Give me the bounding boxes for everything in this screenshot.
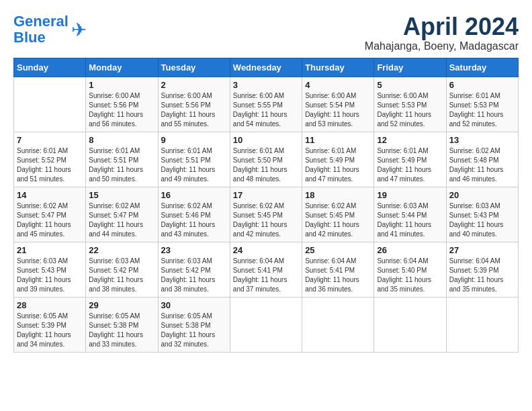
calendar-cell <box>230 297 302 352</box>
day-info: Sunrise: 6:02 AMSunset: 5:45 PMDaylight:… <box>305 201 371 239</box>
calendar-cell: 5Sunrise: 6:00 AMSunset: 5:53 PMDaylight… <box>374 77 446 132</box>
day-info: Sunrise: 6:04 AMSunset: 5:39 PMDaylight:… <box>449 257 515 294</box>
day-info: Sunrise: 6:01 AMSunset: 5:49 PMDaylight:… <box>377 146 443 184</box>
day-number: 19 <box>377 190 443 200</box>
day-number: 24 <box>233 245 299 255</box>
day-info: Sunrise: 6:05 AMSunset: 5:38 PMDaylight:… <box>89 312 154 349</box>
header-monday: Monday <box>86 58 158 77</box>
day-number: 14 <box>17 190 83 200</box>
calendar-week-row: 21Sunrise: 6:03 AMSunset: 5:43 PMDayligh… <box>14 242 519 297</box>
day-number: 16 <box>161 190 227 200</box>
day-info: Sunrise: 6:00 AMSunset: 5:56 PMDaylight:… <box>89 91 154 129</box>
day-number: 13 <box>449 135 515 145</box>
day-info: Sunrise: 6:03 AMSunset: 5:43 PMDaylight:… <box>449 201 515 239</box>
calendar-cell <box>374 297 446 352</box>
logo: GeneralBlue ✈ <box>13 13 87 46</box>
calendar-week-row: 7Sunrise: 6:01 AMSunset: 5:52 PMDaylight… <box>14 132 519 187</box>
day-info: Sunrise: 6:01 AMSunset: 5:49 PMDaylight:… <box>305 146 371 184</box>
day-info: Sunrise: 6:01 AMSunset: 5:51 PMDaylight:… <box>89 146 154 184</box>
day-info: Sunrise: 6:01 AMSunset: 5:51 PMDaylight:… <box>161 146 227 184</box>
calendar-cell: 15Sunrise: 6:02 AMSunset: 5:47 PMDayligh… <box>86 187 158 242</box>
calendar-cell: 19Sunrise: 6:03 AMSunset: 5:44 PMDayligh… <box>374 187 446 242</box>
header-sunday: Sunday <box>14 58 86 77</box>
calendar-cell: 11Sunrise: 6:01 AMSunset: 5:49 PMDayligh… <box>302 132 374 187</box>
calendar-cell: 9Sunrise: 6:01 AMSunset: 5:51 PMDaylight… <box>158 132 230 187</box>
day-info: Sunrise: 6:03 AMSunset: 5:42 PMDaylight:… <box>89 257 154 294</box>
logo-bird-icon: ✈ <box>71 19 87 41</box>
header-tuesday: Tuesday <box>158 58 230 77</box>
day-number: 17 <box>233 190 299 200</box>
calendar-cell: 28Sunrise: 6:05 AMSunset: 5:39 PMDayligh… <box>14 297 86 352</box>
title-block: April 2024 Mahajanga, Boeny, Madagascar <box>365 13 519 52</box>
day-info: Sunrise: 6:02 AMSunset: 5:46 PMDaylight:… <box>161 201 227 239</box>
calendar-cell: 21Sunrise: 6:03 AMSunset: 5:43 PMDayligh… <box>14 242 86 297</box>
day-info: Sunrise: 6:03 AMSunset: 5:44 PMDaylight:… <box>377 201 443 239</box>
header-friday: Friday <box>374 58 446 77</box>
day-number: 27 <box>449 245 515 255</box>
calendar-cell: 4Sunrise: 6:00 AMSunset: 5:54 PMDaylight… <box>302 77 374 132</box>
day-info: Sunrise: 6:00 AMSunset: 5:56 PMDaylight:… <box>161 91 227 129</box>
calendar-cell: 29Sunrise: 6:05 AMSunset: 5:38 PMDayligh… <box>86 297 158 352</box>
day-number: 7 <box>17 135 83 145</box>
day-number: 18 <box>305 190 371 200</box>
calendar-cell: 1Sunrise: 6:00 AMSunset: 5:56 PMDaylight… <box>86 77 158 132</box>
day-info: Sunrise: 6:02 AMSunset: 5:47 PMDaylight:… <box>89 201 154 239</box>
day-number: 29 <box>89 300 154 310</box>
calendar-week-row: 14Sunrise: 6:02 AMSunset: 5:47 PMDayligh… <box>14 187 519 242</box>
calendar-cell <box>446 297 518 352</box>
day-number: 23 <box>161 245 227 255</box>
calendar-cell: 27Sunrise: 6:04 AMSunset: 5:39 PMDayligh… <box>446 242 518 297</box>
day-number: 12 <box>377 135 443 145</box>
day-number: 2 <box>161 80 227 90</box>
day-info: Sunrise: 6:00 AMSunset: 5:54 PMDaylight:… <box>305 91 371 129</box>
day-info: Sunrise: 6:02 AMSunset: 5:48 PMDaylight:… <box>449 146 515 184</box>
calendar-cell: 8Sunrise: 6:01 AMSunset: 5:51 PMDaylight… <box>86 132 158 187</box>
calendar-cell: 18Sunrise: 6:02 AMSunset: 5:45 PMDayligh… <box>302 187 374 242</box>
day-info: Sunrise: 6:01 AMSunset: 5:50 PMDaylight:… <box>233 146 299 184</box>
calendar-cell <box>302 297 374 352</box>
calendar-cell: 17Sunrise: 6:02 AMSunset: 5:45 PMDayligh… <box>230 187 302 242</box>
day-info: Sunrise: 6:04 AMSunset: 5:41 PMDaylight:… <box>233 257 299 294</box>
day-info: Sunrise: 6:05 AMSunset: 5:39 PMDaylight:… <box>17 312 83 349</box>
day-number: 3 <box>233 80 299 90</box>
day-number: 25 <box>305 245 371 255</box>
calendar-table: SundayMondayTuesdayWednesdayThursdayFrid… <box>13 58 519 353</box>
month-title: April 2024 <box>365 13 519 40</box>
header-wednesday: Wednesday <box>230 58 302 77</box>
location: Mahajanga, Boeny, Madagascar <box>365 40 519 52</box>
calendar-cell: 6Sunrise: 6:01 AMSunset: 5:53 PMDaylight… <box>446 77 518 132</box>
calendar-cell: 22Sunrise: 6:03 AMSunset: 5:42 PMDayligh… <box>86 242 158 297</box>
day-info: Sunrise: 6:01 AMSunset: 5:53 PMDaylight:… <box>449 91 515 129</box>
day-info: Sunrise: 6:03 AMSunset: 5:43 PMDaylight:… <box>17 257 83 294</box>
day-number: 21 <box>17 245 83 255</box>
day-number: 4 <box>305 80 371 90</box>
day-number: 20 <box>449 190 515 200</box>
day-info: Sunrise: 6:05 AMSunset: 5:38 PMDaylight:… <box>161 312 227 349</box>
page-header: GeneralBlue ✈ April 2024 Mahajanga, Boen… <box>13 13 519 52</box>
header-thursday: Thursday <box>302 58 374 77</box>
day-info: Sunrise: 6:03 AMSunset: 5:42 PMDaylight:… <box>161 257 227 294</box>
day-info: Sunrise: 6:02 AMSunset: 5:47 PMDaylight:… <box>17 201 83 239</box>
calendar-cell: 26Sunrise: 6:04 AMSunset: 5:40 PMDayligh… <box>374 242 446 297</box>
header-saturday: Saturday <box>446 58 518 77</box>
day-info: Sunrise: 6:04 AMSunset: 5:41 PMDaylight:… <box>305 257 371 294</box>
calendar-cell: 30Sunrise: 6:05 AMSunset: 5:38 PMDayligh… <box>158 297 230 352</box>
day-info: Sunrise: 6:00 AMSunset: 5:53 PMDaylight:… <box>377 91 443 129</box>
calendar-cell: 23Sunrise: 6:03 AMSunset: 5:42 PMDayligh… <box>158 242 230 297</box>
day-number: 22 <box>89 245 154 255</box>
calendar-cell: 12Sunrise: 6:01 AMSunset: 5:49 PMDayligh… <box>374 132 446 187</box>
day-info: Sunrise: 6:02 AMSunset: 5:45 PMDaylight:… <box>233 201 299 239</box>
calendar-cell: 16Sunrise: 6:02 AMSunset: 5:46 PMDayligh… <box>158 187 230 242</box>
day-number: 30 <box>161 300 227 310</box>
calendar-cell: 25Sunrise: 6:04 AMSunset: 5:41 PMDayligh… <box>302 242 374 297</box>
day-info: Sunrise: 6:04 AMSunset: 5:40 PMDaylight:… <box>377 257 443 294</box>
calendar-cell: 13Sunrise: 6:02 AMSunset: 5:48 PMDayligh… <box>446 132 518 187</box>
calendar-cell: 20Sunrise: 6:03 AMSunset: 5:43 PMDayligh… <box>446 187 518 242</box>
calendar-cell <box>14 77 86 132</box>
day-number: 28 <box>17 300 83 310</box>
calendar-header-row: SundayMondayTuesdayWednesdayThursdayFrid… <box>14 58 519 77</box>
calendar-cell: 2Sunrise: 6:00 AMSunset: 5:56 PMDaylight… <box>158 77 230 132</box>
calendar-cell: 7Sunrise: 6:01 AMSunset: 5:52 PMDaylight… <box>14 132 86 187</box>
day-number: 6 <box>449 80 515 90</box>
calendar-cell: 14Sunrise: 6:02 AMSunset: 5:47 PMDayligh… <box>14 187 86 242</box>
